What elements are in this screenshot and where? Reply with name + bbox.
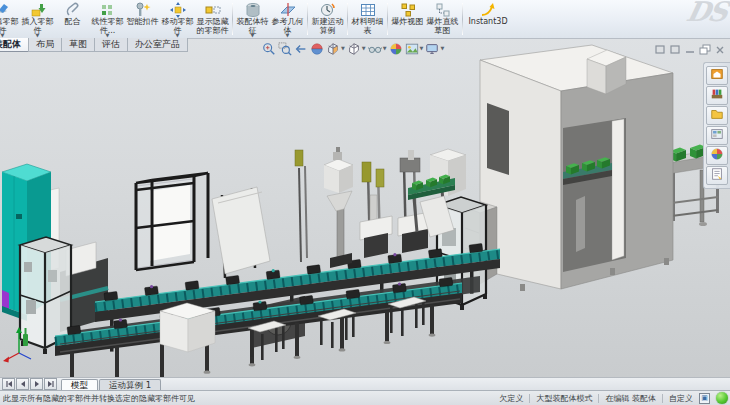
ribbon-button-label: 新建运动算例	[311, 18, 344, 35]
tp-palette-icon	[710, 126, 724, 145]
nav-next-button[interactable]	[30, 378, 43, 390]
status-item: 欠定义	[499, 393, 523, 404]
ribbon-button-bom[interactable]: 材料明细表	[350, 0, 385, 38]
tab-office[interactable]: 办公室产品	[127, 38, 188, 52]
dropdown-arrow-icon[interactable]: ▼	[440, 45, 444, 51]
status-right-items: 欠定义大型装配体模式在编辑 装配体自定义▣	[499, 393, 710, 404]
ribbon-button-insert-component[interactable]: 插入零部件▼	[20, 0, 55, 38]
move-component-icon	[170, 1, 186, 18]
win-frame-icon[interactable]	[654, 40, 666, 51]
tab-assembly[interactable]: 装配体	[0, 38, 29, 52]
ribbon-buttons: 编辑零部件▼插入零部件▼配合线性零部件...▼智能扣件移动零部件▼显示隐藏的零部…	[0, 0, 511, 38]
status-separator	[598, 394, 599, 403]
status-item: 大型装配体模式	[536, 393, 592, 404]
ribbon-button-smart-fasteners[interactable]: 智能扣件	[125, 0, 160, 38]
ribbon-button-instant3d[interactable]: Instant3D	[465, 0, 511, 38]
dropdown-arrow-icon[interactable]: ▼	[341, 45, 345, 51]
edit-appearance-icon[interactable]	[389, 41, 403, 55]
model-gantry-frame	[136, 173, 208, 270]
status-message: 此显示所有隐藏的零部件并转换选定的隐藏零部件可见	[3, 393, 499, 404]
tab-evaluate[interactable]: 评估	[94, 38, 128, 52]
dropdown-arrow-icon[interactable]: ▼	[383, 45, 387, 51]
win-cascade-icon[interactable]	[699, 40, 711, 51]
model-stations	[295, 147, 430, 268]
model-canvas[interactable]	[0, 0, 730, 405]
tab-nav-buttons	[2, 378, 57, 390]
view-settings-icon[interactable]	[425, 41, 439, 55]
section-view-icon[interactable]	[310, 41, 324, 55]
previous-view-icon[interactable]	[294, 41, 308, 55]
dropdown-arrow-icon[interactable]: ▼	[420, 45, 424, 51]
instant3d-icon	[480, 1, 496, 18]
status-item: 在编辑 装配体	[605, 393, 656, 404]
win-minimize-icon[interactable]	[684, 40, 696, 51]
tab-layout[interactable]: 布局	[28, 38, 62, 52]
nav-last-button[interactable]	[44, 378, 57, 390]
explode-sketch-icon	[435, 1, 451, 18]
toolbar-separator	[232, 3, 233, 35]
toolbar-separator	[347, 3, 348, 35]
status-separator	[662, 394, 663, 403]
status-orb-icon	[716, 392, 728, 404]
toolbar-separator	[307, 3, 308, 35]
display-style-icon[interactable]	[347, 41, 361, 55]
zoom-fit-icon[interactable]	[262, 41, 276, 55]
ribbon-button-label: 材料明细表	[351, 18, 384, 35]
solidworks-window: 编辑零部件▼插入零部件▼配合线性零部件...▼智能扣件移动零部件▼显示隐藏的零部…	[0, 0, 730, 405]
taskpane-design-library-button[interactable]	[706, 86, 728, 105]
study-tab-bar: 模型运动算例 1	[0, 377, 730, 391]
hide-show-icon[interactable]	[368, 41, 382, 55]
dropdown-arrow-icon[interactable]: ▼	[251, 33, 255, 38]
win-close-icon[interactable]	[714, 40, 726, 51]
ribbon-button-reference-geometry[interactable]: 参考几何体▼	[270, 0, 305, 38]
nav-prev-button[interactable]	[16, 378, 29, 390]
taskpane-appearances-button[interactable]	[706, 146, 728, 165]
ribbon-button-edit-component[interactable]: 编辑零部件▼	[0, 0, 20, 38]
model-enclosure	[480, 45, 673, 291]
toolbar-separator	[387, 3, 388, 35]
taskpane-file-explorer-button[interactable]	[706, 106, 728, 125]
dropdown-arrow-icon[interactable]: ▼	[286, 33, 290, 38]
ribbon-button-exploded-view[interactable]: 爆炸视图	[390, 0, 425, 38]
win-frame-icon[interactable]	[669, 40, 681, 51]
ds-watermark: DS	[684, 0, 730, 27]
model-feeder-panel	[212, 187, 270, 278]
ribbon-button-show-hidden[interactable]: 显示隐藏的零部件	[195, 0, 230, 38]
ribbon-button-label: 爆炸视图	[392, 18, 424, 27]
ribbon-button-label: Instant3D	[468, 18, 507, 27]
ribbon-button-label: 智能扣件	[127, 18, 159, 27]
tab-sketch[interactable]: 草图	[61, 38, 95, 52]
tp-resources-icon	[710, 66, 724, 85]
ribbon-button-move-component[interactable]: 移动零部件▼	[160, 0, 195, 38]
ribbon-button-linear-pattern[interactable]: 线性零部件...▼	[90, 0, 125, 38]
bom-icon	[360, 1, 376, 18]
ribbon-button-explode-line-sketch[interactable]: 爆炸直线草图	[425, 0, 460, 38]
view-orientation-icon[interactable]	[326, 41, 340, 55]
dropdown-arrow-icon[interactable]: ▼	[362, 45, 366, 51]
ribbon-button-label: 爆炸直线草图	[426, 18, 459, 35]
status-item[interactable]: 自定义	[669, 393, 693, 404]
tp-folder-icon	[710, 106, 724, 125]
edit-component-icon	[0, 1, 11, 18]
document-window-controls	[654, 40, 726, 51]
command-manager-toolbar: 编辑零部件▼插入零部件▼配合线性零部件...▼智能扣件移动零部件▼显示隐藏的零部…	[0, 0, 730, 39]
model-white-box	[160, 303, 215, 352]
apply-scene-icon[interactable]	[405, 41, 419, 55]
status-bar: 此显示所有隐藏的零部件并转换选定的隐藏零部件可见 欠定义大型装配体模式在编辑 装…	[0, 390, 730, 405]
exploded-view-icon	[400, 1, 416, 18]
ribbon-button-new-motion-study[interactable]: 新建运动算例	[310, 0, 345, 38]
ribbon-button-assembly-features[interactable]: 装配体特征▼	[235, 0, 270, 38]
tp-appearances-icon	[710, 146, 724, 165]
nav-first-button[interactable]	[2, 378, 15, 390]
help-icon[interactable]: ▣	[699, 393, 710, 404]
zoom-area-icon[interactable]	[278, 41, 292, 55]
motion-study-icon	[320, 1, 336, 18]
taskpane-custom-properties-button[interactable]	[706, 166, 728, 185]
headsup-view-toolbar: ▼▼▼▼▼	[261, 40, 445, 55]
taskpane-resources-button[interactable]	[706, 66, 728, 85]
taskpane-view-palette-button[interactable]	[706, 126, 728, 145]
mate-icon	[65, 1, 81, 18]
ribbon-button-label: 显示隐藏的零部件	[196, 18, 229, 35]
ribbon-button-mate[interactable]: 配合	[55, 0, 90, 38]
assembly-features-icon	[245, 1, 261, 18]
